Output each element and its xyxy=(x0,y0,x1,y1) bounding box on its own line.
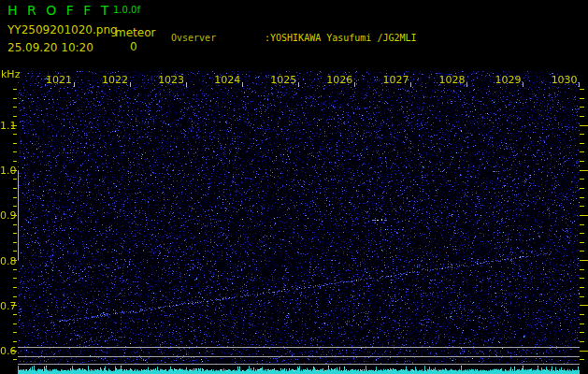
meteor-count-value: 0 xyxy=(130,40,137,53)
y-minor-tick-left xyxy=(13,98,17,99)
y-major-tick-right xyxy=(580,351,588,352)
hrofft-screen: H R O F F T 1.0.0f YY2509201020.png mete… xyxy=(0,0,588,374)
y-minor-tick-left xyxy=(13,188,17,189)
y-minor-tick-right xyxy=(580,134,584,135)
output-filename: YY2509201020.png xyxy=(7,23,118,36)
y-minor-tick-left xyxy=(13,151,17,152)
y-minor-tick-left xyxy=(13,287,17,288)
y-major-tick-right xyxy=(580,305,588,306)
y-tick-label: 0.9 xyxy=(0,209,11,222)
y-minor-tick-right xyxy=(580,269,584,270)
y-minor-tick-left xyxy=(13,107,17,108)
y-minor-tick-left xyxy=(13,314,17,315)
y-minor-tick-right xyxy=(580,324,584,324)
y-minor-tick-right xyxy=(580,89,584,90)
y-major-tick-left xyxy=(11,170,17,171)
y-tick-label: 0.8 xyxy=(0,255,11,267)
observation-datetime: 25.09.20 10:20 xyxy=(7,41,93,54)
y-minor-tick-right xyxy=(580,188,584,189)
y-minor-tick-right xyxy=(580,233,584,234)
spectrogram-canvas xyxy=(18,71,580,374)
y-minor-tick-left xyxy=(13,269,17,270)
y-major-tick-right xyxy=(580,170,588,171)
y-minor-tick-right xyxy=(580,143,584,144)
y-minor-tick-left xyxy=(13,224,17,225)
y-minor-tick-left xyxy=(13,278,17,279)
y-minor-tick-right xyxy=(580,359,584,360)
y-minor-tick-left xyxy=(13,359,17,360)
y-minor-tick-left xyxy=(13,206,17,207)
y-minor-tick-right xyxy=(580,287,584,288)
y-minor-tick-right xyxy=(580,116,584,117)
y-minor-tick-left xyxy=(13,296,17,297)
observer-label: Ovserver xyxy=(171,32,265,45)
y-minor-tick-left xyxy=(13,242,17,243)
y-minor-tick-left xyxy=(13,161,17,162)
y-minor-tick-right xyxy=(580,278,584,279)
y-tick-label: 1.1 xyxy=(0,120,11,132)
app-version: 1.0.0f xyxy=(113,5,140,15)
y-minor-tick-left xyxy=(13,134,17,135)
y-minor-tick-right xyxy=(580,341,584,342)
y-minor-tick-left xyxy=(13,341,17,342)
y-major-tick-right xyxy=(580,215,588,216)
y-minor-tick-right xyxy=(580,179,584,180)
y-minor-tick-right xyxy=(580,332,584,333)
y-minor-tick-right xyxy=(580,161,584,162)
y-minor-tick-right xyxy=(580,107,584,108)
y-minor-tick-right xyxy=(580,296,584,297)
y-minor-tick-left xyxy=(13,143,17,144)
y-major-tick-left xyxy=(11,215,17,216)
y-minor-tick-right xyxy=(580,251,584,252)
y-major-tick-right xyxy=(580,260,588,261)
meteor-count-label: meteor xyxy=(115,26,155,39)
y-minor-tick-right xyxy=(580,206,584,207)
y-major-tick-right xyxy=(580,125,588,126)
y-minor-tick-left xyxy=(13,233,17,234)
y-major-tick-left xyxy=(11,305,17,306)
y-minor-tick-left xyxy=(13,179,17,180)
header: H R O F F T 1.0.0f YY2509201020.png mete… xyxy=(0,0,588,70)
info-row-observer: Ovserver:YOSHIKAWA Yasufumi /JG2MLI xyxy=(171,32,529,45)
y-tick-label: 0.7 xyxy=(0,300,11,312)
y-minor-tick-left xyxy=(13,332,17,333)
y-minor-tick-right xyxy=(580,98,584,99)
y-minor-tick-right xyxy=(580,242,584,243)
y-minor-tick-right xyxy=(580,151,584,152)
y-minor-tick-left xyxy=(13,89,17,90)
y-major-tick-left xyxy=(11,351,17,352)
observer-value: :YOSHIKAWA Yasufumi /JG2MLI xyxy=(265,33,417,43)
y-major-tick-left xyxy=(11,260,17,261)
y-minor-tick-left xyxy=(13,251,17,252)
y-tick-label: 1.0 xyxy=(0,165,11,177)
y-minor-tick-left xyxy=(13,116,17,117)
y-tick-label: 0.6 xyxy=(0,345,11,357)
y-minor-tick-right xyxy=(580,314,584,315)
app-title: H R O F F T xyxy=(7,3,111,18)
y-minor-tick-left xyxy=(13,324,17,324)
y-minor-tick-left xyxy=(13,197,17,198)
y-minor-tick-right xyxy=(580,224,584,225)
y-major-tick-left xyxy=(11,125,17,126)
y-minor-tick-right xyxy=(580,197,584,198)
